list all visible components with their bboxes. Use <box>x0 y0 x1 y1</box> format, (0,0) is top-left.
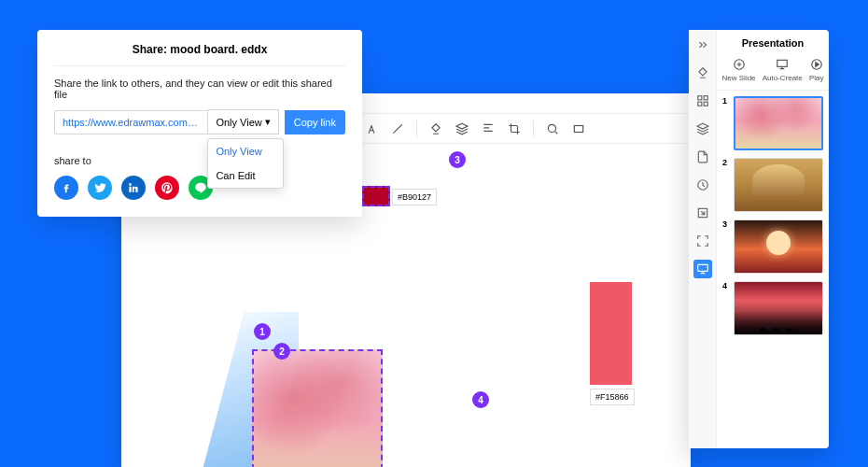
layers-icon[interactable] <box>693 120 712 138</box>
copy-link-button[interactable]: Copy link <box>285 110 345 134</box>
chevron-down-icon: ▾ <box>265 116 271 128</box>
svg-rect-14 <box>777 60 788 66</box>
permission-dropdown: Only View Can Edit <box>207 138 284 189</box>
fill-icon[interactable] <box>428 121 443 136</box>
slide-row[interactable]: 4 <box>722 281 823 335</box>
new-slide-button[interactable]: New Slide <box>722 58 756 82</box>
share-title: Share: mood board. eddx <box>54 43 345 66</box>
slide-number: 4 <box>722 281 730 290</box>
layer-icon[interactable] <box>455 121 469 136</box>
svg-rect-6 <box>574 125 582 132</box>
svg-rect-7 <box>697 96 701 100</box>
swatch-right-label: #F15866 <box>590 389 635 405</box>
expand-icon[interactable] <box>693 232 712 250</box>
swatch-right[interactable] <box>590 282 632 385</box>
slide-thumb-4[interactable] <box>734 281 823 335</box>
permission-option-view[interactable]: Only View <box>208 139 283 163</box>
presentation-panel: Presentation New Slide Auto-Create Play … <box>689 30 829 448</box>
align-icon[interactable] <box>481 121 496 136</box>
presentation-icon[interactable] <box>693 260 712 278</box>
export-icon[interactable] <box>693 204 712 222</box>
swatch-top-label: #B90127 <box>392 189 437 205</box>
crop-icon[interactable] <box>507 121 522 136</box>
badge-1: 1 <box>254 323 271 340</box>
slide-thumb-2[interactable] <box>734 158 823 212</box>
search-icon[interactable] <box>545 121 560 136</box>
permission-value: Only View <box>216 117 261 128</box>
slide-number: 3 <box>722 219 730 229</box>
side-icon-bar <box>689 30 717 448</box>
divider <box>533 120 534 137</box>
badge-3: 3 <box>449 151 466 168</box>
swatch-top[interactable] <box>362 186 390 206</box>
panel-actions: New Slide Auto-Create Play <box>717 54 829 91</box>
slide-number: 1 <box>722 96 730 106</box>
document-icon[interactable] <box>693 148 712 166</box>
linkedin-icon[interactable] <box>121 176 146 200</box>
share-dialog: Share: mood board. eddx Share the link t… <box>37 30 362 217</box>
slide-thumb-1[interactable] <box>734 96 823 150</box>
share-description: Share the link to others, and they can v… <box>54 78 345 100</box>
social-row <box>54 176 345 200</box>
slide-row[interactable]: 3 <box>722 219 823 274</box>
permission-option-edit[interactable]: Can Edit <box>208 163 283 188</box>
collapse-icon[interactable] <box>693 35 712 54</box>
permission-select[interactable]: Only View ▾ Only View Can Edit <box>207 109 278 134</box>
svg-rect-10 <box>704 102 707 106</box>
divider <box>416 120 417 137</box>
auto-create-button[interactable]: Auto-Create <box>763 58 803 82</box>
slide-number: 2 <box>722 158 730 167</box>
history-icon[interactable] <box>693 176 712 194</box>
panel-content: Presentation New Slide Auto-Create Play … <box>717 30 829 448</box>
share-url-input[interactable]: https://www.edrawmax.com/server... <box>54 110 207 134</box>
slide-row[interactable]: 2 <box>722 158 823 212</box>
panel-title: Presentation <box>717 30 829 54</box>
play-button[interactable]: Play <box>809 58 824 82</box>
share-link-row: https://www.edrawmax.com/server... Only … <box>54 109 345 134</box>
grid-icon[interactable] <box>693 92 712 110</box>
badge-2: 2 <box>273 343 290 360</box>
pinterest-icon[interactable] <box>155 176 179 200</box>
share-to-label: share to <box>54 155 345 166</box>
slide-list: 1 2 3 4 <box>717 91 829 448</box>
image-blossom[interactable] <box>252 349 383 467</box>
badge-4: 4 <box>472 391 489 408</box>
facebook-icon[interactable] <box>54 176 78 200</box>
svg-rect-12 <box>697 264 707 271</box>
svg-rect-8 <box>704 96 707 100</box>
slide-row[interactable]: 1 <box>722 96 823 150</box>
fill-icon[interactable] <box>693 64 712 82</box>
slide-thumb-3[interactable] <box>734 219 823 274</box>
svg-rect-9 <box>697 102 701 106</box>
svg-point-5 <box>548 124 555 132</box>
line-icon[interactable] <box>390 121 405 136</box>
twitter-icon[interactable] <box>88 176 112 200</box>
rect-icon[interactable] <box>571 121 586 136</box>
font-icon[interactable] <box>364 121 379 136</box>
